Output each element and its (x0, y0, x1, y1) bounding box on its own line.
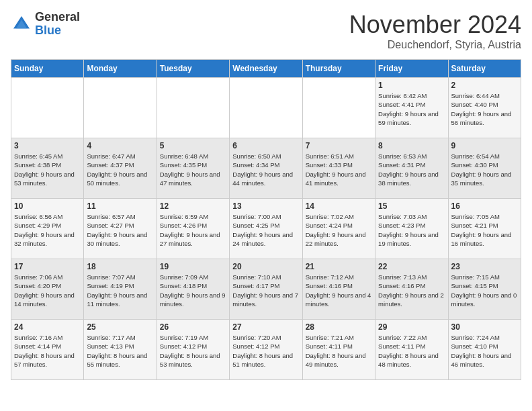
calendar-cell: 4Sunrise: 6:47 AM Sunset: 4:37 PM Daylig… (84, 138, 157, 199)
day-info: Sunrise: 6:56 AM Sunset: 4:29 PM Dayligh… (14, 212, 81, 248)
title-section: November 2024 Deuchendorf, Styria, Austr… (349, 11, 521, 51)
day-number: 14 (306, 201, 372, 211)
calendar-cell: 11Sunrise: 6:57 AM Sunset: 4:27 PM Dayli… (84, 199, 157, 259)
day-number: 6 (232, 141, 299, 150)
day-info: Sunrise: 6:47 AM Sunset: 4:37 PM Dayligh… (87, 152, 153, 187)
calendar-cell: 10Sunrise: 6:56 AM Sunset: 4:29 PM Dayli… (11, 199, 84, 259)
day-info: Sunrise: 7:16 AM Sunset: 4:14 PM Dayligh… (14, 333, 81, 369)
day-info: Sunrise: 7:10 AM Sunset: 4:17 PM Dayligh… (232, 273, 299, 308)
calendar-cell (11, 78, 84, 138)
day-info: Sunrise: 6:50 AM Sunset: 4:34 PM Dayligh… (232, 152, 299, 187)
day-info: Sunrise: 7:02 AM Sunset: 4:24 PM Dayligh… (306, 212, 372, 248)
week-row-5: 24Sunrise: 7:16 AM Sunset: 4:14 PM Dayli… (11, 320, 521, 380)
day-info: Sunrise: 6:53 AM Sunset: 4:31 PM Dayligh… (378, 152, 445, 187)
calendar-cell: 17Sunrise: 7:06 AM Sunset: 4:20 PM Dayli… (11, 259, 84, 320)
day-number: 3 (14, 141, 81, 150)
calendar-cell: 15Sunrise: 7:03 AM Sunset: 4:23 PM Dayli… (375, 199, 448, 259)
calendar-cell: 6Sunrise: 6:50 AM Sunset: 4:34 PM Daylig… (230, 138, 302, 199)
day-number: 8 (378, 141, 445, 150)
day-info: Sunrise: 7:19 AM Sunset: 4:12 PM Dayligh… (160, 333, 226, 369)
location-title: Deuchendorf, Styria, Austria (349, 39, 521, 51)
calendar-cell: 30Sunrise: 7:24 AM Sunset: 4:10 PM Dayli… (448, 320, 521, 380)
weekday-header-saturday: Saturday (448, 60, 521, 78)
day-number: 2 (451, 81, 518, 90)
calendar-cell: 26Sunrise: 7:19 AM Sunset: 4:12 PM Dayli… (157, 320, 229, 380)
calendar-cell: 24Sunrise: 7:16 AM Sunset: 4:14 PM Dayli… (11, 320, 84, 380)
day-info: Sunrise: 6:51 AM Sunset: 4:33 PM Dayligh… (306, 152, 372, 187)
month-title: November 2024 (349, 11, 521, 39)
day-number: 9 (451, 141, 518, 150)
day-number: 15 (378, 201, 445, 211)
weekday-header-row: SundayMondayTuesdayWednesdayThursdayFrid… (11, 60, 521, 78)
calendar-cell: 13Sunrise: 7:00 AM Sunset: 4:25 PM Dayli… (230, 199, 302, 259)
day-info: Sunrise: 7:24 AM Sunset: 4:10 PM Dayligh… (451, 333, 518, 369)
calendar-cell: 9Sunrise: 6:54 AM Sunset: 4:30 PM Daylig… (448, 138, 521, 199)
day-number: 18 (87, 262, 153, 271)
day-info: Sunrise: 7:03 AM Sunset: 4:23 PM Dayligh… (378, 212, 445, 248)
day-info: Sunrise: 7:21 AM Sunset: 4:11 PM Dayligh… (306, 333, 372, 369)
day-info: Sunrise: 7:07 AM Sunset: 4:19 PM Dayligh… (87, 273, 153, 308)
week-row-3: 10Sunrise: 6:56 AM Sunset: 4:29 PM Dayli… (11, 199, 521, 259)
calendar-cell: 8Sunrise: 6:53 AM Sunset: 4:31 PM Daylig… (375, 138, 448, 199)
day-info: Sunrise: 6:57 AM Sunset: 4:27 PM Dayligh… (87, 212, 153, 248)
week-row-1: 1Sunrise: 6:42 AM Sunset: 4:41 PM Daylig… (11, 78, 521, 138)
weekday-header-monday: Monday (84, 60, 157, 78)
day-number: 26 (160, 322, 226, 332)
day-info: Sunrise: 6:59 AM Sunset: 4:26 PM Dayligh… (160, 212, 226, 248)
calendar-cell: 21Sunrise: 7:12 AM Sunset: 4:16 PM Dayli… (302, 259, 375, 320)
day-number: 23 (451, 262, 518, 271)
calendar-table: SundayMondayTuesdayWednesdayThursdayFrid… (11, 59, 521, 380)
weekday-header-sunday: Sunday (11, 60, 84, 78)
calendar-cell: 2Sunrise: 6:44 AM Sunset: 4:40 PM Daylig… (448, 78, 521, 138)
calendar-cell: 28Sunrise: 7:21 AM Sunset: 4:11 PM Dayli… (302, 320, 375, 380)
day-info: Sunrise: 7:17 AM Sunset: 4:13 PM Dayligh… (87, 333, 153, 369)
calendar-cell (302, 78, 375, 138)
calendar-cell: 20Sunrise: 7:10 AM Sunset: 4:17 PM Dayli… (230, 259, 302, 320)
calendar-cell: 16Sunrise: 7:05 AM Sunset: 4:21 PM Dayli… (448, 199, 521, 259)
calendar-cell: 23Sunrise: 7:15 AM Sunset: 4:15 PM Dayli… (448, 259, 521, 320)
weekday-header-thursday: Thursday (302, 60, 375, 78)
day-number: 28 (306, 322, 372, 332)
day-info: Sunrise: 7:05 AM Sunset: 4:21 PM Dayligh… (451, 212, 518, 248)
day-number: 5 (160, 141, 226, 150)
day-info: Sunrise: 7:20 AM Sunset: 4:12 PM Dayligh… (232, 333, 299, 369)
day-info: Sunrise: 7:15 AM Sunset: 4:15 PM Dayligh… (451, 273, 518, 308)
day-number: 29 (378, 322, 445, 332)
day-info: Sunrise: 7:22 AM Sunset: 4:11 PM Dayligh… (378, 333, 445, 369)
week-row-2: 3Sunrise: 6:45 AM Sunset: 4:38 PM Daylig… (11, 138, 521, 199)
calendar-cell: 1Sunrise: 6:42 AM Sunset: 4:41 PM Daylig… (375, 78, 448, 138)
day-number: 20 (232, 262, 299, 271)
calendar-cell: 22Sunrise: 7:13 AM Sunset: 4:16 PM Dayli… (375, 259, 448, 320)
weekday-header-wednesday: Wednesday (230, 60, 302, 78)
day-number: 21 (306, 262, 372, 271)
day-number: 1 (378, 81, 445, 90)
day-info: Sunrise: 6:44 AM Sunset: 4:40 PM Dayligh… (451, 91, 518, 127)
weekday-header-tuesday: Tuesday (157, 60, 229, 78)
day-info: Sunrise: 6:48 AM Sunset: 4:35 PM Dayligh… (160, 152, 226, 187)
day-number: 4 (87, 141, 153, 150)
day-number: 19 (160, 262, 226, 271)
day-number: 16 (451, 201, 518, 211)
day-info: Sunrise: 6:45 AM Sunset: 4:38 PM Dayligh… (14, 152, 81, 187)
weekday-header-friday: Friday (375, 60, 448, 78)
calendar-cell (157, 78, 229, 138)
day-number: 24 (14, 322, 81, 332)
calendar-cell: 27Sunrise: 7:20 AM Sunset: 4:12 PM Dayli… (230, 320, 302, 380)
logo: General Blue (11, 11, 80, 38)
day-number: 7 (306, 141, 372, 150)
calendar-cell: 18Sunrise: 7:07 AM Sunset: 4:19 PM Dayli… (84, 259, 157, 320)
day-info: Sunrise: 7:13 AM Sunset: 4:16 PM Dayligh… (378, 273, 445, 308)
day-number: 25 (87, 322, 153, 332)
calendar-cell: 3Sunrise: 6:45 AM Sunset: 4:38 PM Daylig… (11, 138, 84, 199)
day-number: 27 (232, 322, 299, 332)
day-info: Sunrise: 7:12 AM Sunset: 4:16 PM Dayligh… (306, 273, 372, 308)
calendar-cell: 5Sunrise: 6:48 AM Sunset: 4:35 PM Daylig… (157, 138, 229, 199)
day-number: 11 (87, 201, 153, 211)
calendar-cell (84, 78, 157, 138)
calendar-cell: 12Sunrise: 6:59 AM Sunset: 4:26 PM Dayli… (157, 199, 229, 259)
day-info: Sunrise: 6:54 AM Sunset: 4:30 PM Dayligh… (451, 152, 518, 187)
day-number: 22 (378, 262, 445, 271)
day-number: 17 (14, 262, 81, 271)
calendar-cell: 14Sunrise: 7:02 AM Sunset: 4:24 PM Dayli… (302, 199, 375, 259)
day-info: Sunrise: 6:42 AM Sunset: 4:41 PM Dayligh… (378, 91, 445, 127)
